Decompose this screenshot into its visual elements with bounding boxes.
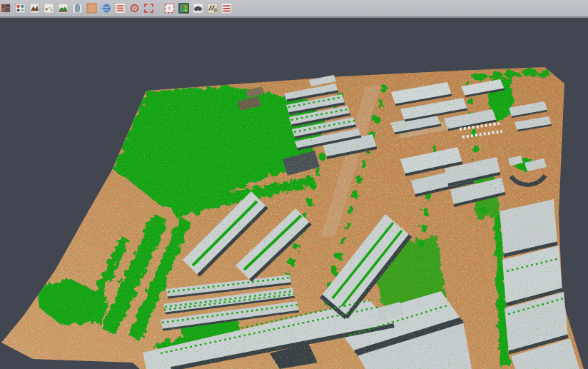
flag-tool-button[interactable] — [220, 1, 233, 15]
point-selection-button[interactable] — [43, 1, 55, 15]
binoculars-icon — [193, 3, 203, 14]
profile-view-button[interactable] — [71, 1, 83, 15]
measure-tool-icon — [207, 3, 218, 14]
point-selection-icon — [44, 3, 54, 14]
point-cloud-scene — [0, 18, 588, 369]
classify-points-button[interactable] — [14, 1, 26, 15]
zoom-extents-button[interactable] — [143, 1, 155, 15]
toolbar-separator — [157, 0, 161, 16]
orthophoto-icon — [86, 3, 97, 14]
zoom-extents-icon — [143, 3, 154, 14]
target-tool-icon — [129, 3, 140, 14]
classified-view-button[interactable] — [178, 1, 190, 15]
orthophoto-button[interactable] — [86, 1, 98, 15]
terrain-model-button[interactable] — [57, 1, 69, 15]
class-list-icon — [115, 3, 126, 14]
viewport-3d[interactable] — [0, 18, 588, 369]
globe-view-icon — [101, 3, 111, 14]
measure-tool-button[interactable] — [206, 1, 218, 15]
selection-marquee-icon — [164, 3, 175, 14]
selection-marquee-button[interactable] — [163, 1, 176, 15]
flag-tool-icon — [221, 3, 232, 14]
target-tool-button[interactable] — [128, 1, 141, 15]
raster-mosaic-icon — [1, 3, 11, 14]
application-window — [0, 0, 588, 369]
globe-view-button[interactable] — [100, 1, 112, 15]
tin-surface-icon — [29, 3, 40, 14]
tin-surface-button[interactable] — [29, 1, 41, 15]
raster-mosaic-button[interactable] — [0, 1, 12, 15]
binoculars-button[interactable] — [192, 1, 204, 15]
class-list-button[interactable] — [114, 1, 126, 15]
profile-view-icon — [72, 3, 83, 14]
classify-points-icon — [15, 3, 26, 14]
main-toolbar — [0, 0, 588, 18]
terrain-model-icon — [58, 3, 69, 14]
classified-view-icon — [178, 3, 189, 14]
